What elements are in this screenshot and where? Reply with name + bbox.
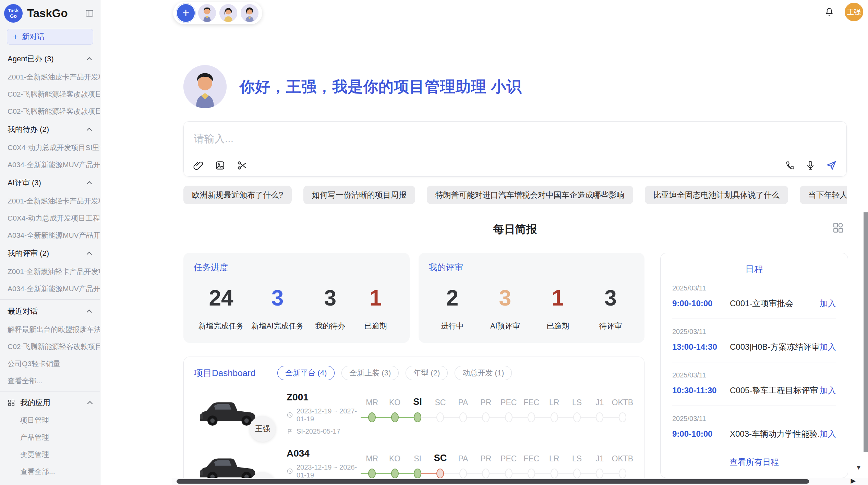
suggestion-chip[interactable]: 如何写一份清晰的项目周报 bbox=[303, 186, 415, 204]
milestone[interactable]: J1 bbox=[588, 394, 611, 430]
milestone-label: SI bbox=[406, 394, 429, 407]
milestone[interactable]: KO bbox=[383, 394, 406, 430]
project-owner-badge: 王强 bbox=[250, 416, 276, 442]
sidebar-collapse-icon[interactable] bbox=[85, 9, 94, 18]
assistant-avatar bbox=[183, 65, 227, 108]
sidebar-section: Agent已办 (3) Z001-全新燃油皮卡产品开发项目SI节点Lesson … bbox=[0, 49, 100, 120]
new-chat-button[interactable]: + 新对话 bbox=[7, 29, 93, 45]
scroll-down-arrow-icon[interactable]: ▼ bbox=[855, 464, 862, 471]
view-all-schedule-link[interactable]: 查看所有日程 bbox=[672, 449, 836, 473]
suggestion-chip[interactable]: 特朗普可能对进口汽车增税会对中国车企造成哪些影响 bbox=[427, 186, 633, 204]
microphone-icon[interactable] bbox=[805, 160, 816, 171]
sidebar-item[interactable]: Z001-全新燃油轻卡产品开发项目SI节点属性5D文件评审 bbox=[0, 263, 100, 280]
task-progress-card: 任务进度 24 新增完成任务 3 新增AI完成任务 3 bbox=[183, 253, 410, 343]
milestone[interactable]: LR bbox=[543, 394, 565, 430]
milestone[interactable]: SI bbox=[406, 394, 429, 430]
sidebar-item[interactable]: Z001-全新燃油轻卡产品开发项目SI造型提交物评审 bbox=[0, 192, 100, 210]
chevron-up-icon bbox=[87, 127, 92, 133]
recent-chats-header[interactable]: 最近对话 bbox=[0, 302, 100, 321]
app-item[interactable]: 项目管理 bbox=[0, 412, 100, 429]
suggestion-chip[interactable]: 欧洲新规最近颁布了什么? bbox=[183, 186, 292, 204]
app-item[interactable]: 变更管理 bbox=[0, 446, 100, 463]
sidebar: Task Go TaskGo + 新对话 Agent已办 (3) Z001-全新… bbox=[0, 0, 100, 485]
sidebar-item[interactable]: A034-全新新能源MUV产品开发项目计划变更表编写 bbox=[0, 156, 100, 173]
sidebar-section-header[interactable]: 我的待办 (2) bbox=[0, 120, 100, 139]
app-logo: Task Go bbox=[4, 4, 23, 23]
vertical-scrollbar-thumb[interactable] bbox=[864, 212, 868, 452]
project-list: 王强 Z001 2023-12-19 ~ 2027-01-19 bbox=[194, 390, 634, 485]
milestone[interactable]: PR bbox=[474, 394, 497, 430]
project-code: A034 bbox=[287, 448, 361, 459]
milestone-label: PR bbox=[474, 450, 497, 463]
session-avatar[interactable] bbox=[241, 4, 258, 22]
my-apps-header[interactable]: 我的应用 bbox=[0, 394, 100, 412]
send-icon[interactable] bbox=[826, 160, 837, 171]
filter-pill[interactable]: 全新上装 (3) bbox=[341, 366, 399, 380]
join-meeting-link[interactable]: 加入 bbox=[820, 428, 836, 439]
recent-chat-item[interactable]: 解释最新出台的欧盟报废车法规再生塑料比例被调至15%... bbox=[0, 321, 100, 338]
filter-pill[interactable]: 全新平台 (4) bbox=[277, 366, 335, 380]
milestone-label: PA bbox=[452, 394, 474, 407]
clock-icon bbox=[287, 412, 293, 418]
app-item[interactable]: 产品管理 bbox=[0, 429, 100, 446]
sidebar-section-header[interactable]: 我的评审 (2) bbox=[0, 244, 100, 263]
milestone[interactable]: MR bbox=[361, 394, 383, 430]
sidebar-item[interactable]: C02-飞腾新能源轻客改款项目里程碑画布 bbox=[0, 86, 100, 103]
dashboard-title: 项目Dashboard bbox=[194, 367, 255, 379]
sidebar-item[interactable]: C02-飞腾新能源轻客改款项目立项汇报方案 bbox=[0, 103, 100, 120]
add-session-button[interactable]: + bbox=[177, 4, 195, 22]
apps-view-all[interactable]: 查看全部... bbox=[0, 463, 100, 480]
scroll-right-arrow-icon[interactable]: ▶ bbox=[851, 477, 856, 485]
suggestion-chip[interactable]: 比亚迪全固态电池计划具体说了什么 bbox=[645, 186, 788, 204]
join-meeting-link[interactable]: 加入 bbox=[820, 341, 836, 352]
milestone-label: SC bbox=[429, 394, 451, 407]
schedule-date: 2025/03/11 bbox=[672, 371, 836, 379]
filter-pill[interactable]: 动总开发 (1) bbox=[455, 366, 512, 380]
attachment-icon[interactable] bbox=[193, 160, 204, 171]
chat-input-box[interactable]: 请输入... bbox=[183, 121, 847, 177]
milestone-node bbox=[459, 469, 467, 478]
milestone[interactable]: OKTB bbox=[611, 394, 634, 430]
stat-value: 3 bbox=[592, 285, 629, 311]
sidebar-item[interactable]: A034-全新新能源MUV产品开发项目造型可行性评审 bbox=[0, 280, 100, 297]
milestone[interactable]: LS bbox=[566, 394, 588, 430]
stat-label: AI预评审 bbox=[486, 321, 524, 331]
chevron-up-icon bbox=[87, 57, 92, 62]
milestone[interactable]: SC bbox=[429, 394, 451, 430]
schedule-time: 13:00-14:30 bbox=[672, 342, 726, 352]
join-meeting-link[interactable]: 加入 bbox=[820, 298, 836, 309]
scissors-icon[interactable] bbox=[237, 160, 248, 171]
recent-chat-item[interactable]: C02-飞腾新能源轻客改款项目的闭环通告反馈情况 bbox=[0, 338, 100, 355]
sidebar-item[interactable]: A034-全新新能源MUV产品开发项目法规符合性评审 bbox=[0, 227, 100, 244]
sidebar-item[interactable]: C0X4-动力总成开发项目SI里程碑提交物检查 bbox=[0, 139, 100, 156]
filter-pill[interactable]: 年型 (2) bbox=[406, 366, 448, 380]
join-meeting-link[interactable]: 加入 bbox=[820, 385, 836, 396]
my-cloud-item[interactable]: 我的云空间 bbox=[0, 480, 100, 485]
milestone-label: MR bbox=[361, 450, 383, 463]
session-avatar[interactable] bbox=[219, 4, 237, 22]
session-avatar[interactable] bbox=[198, 4, 216, 22]
sidebar-item[interactable]: Z001-全新燃油皮卡产品开发项目SI节点Lesson Learn报告 bbox=[0, 69, 100, 86]
milestone[interactable]: PA bbox=[452, 394, 474, 430]
my-review-title: 我的评审 bbox=[429, 262, 635, 273]
image-upload-icon[interactable] bbox=[215, 160, 226, 171]
layout-grid-icon[interactable] bbox=[832, 222, 844, 234]
sidebar-section-header[interactable]: Agent已办 (3) bbox=[0, 49, 100, 69]
plus-icon: + bbox=[13, 32, 18, 41]
user-avatar[interactable]: 王强 bbox=[845, 3, 863, 21]
recent-view-all[interactable]: 查看全部... bbox=[0, 372, 100, 389]
milestone[interactable]: PEC bbox=[497, 394, 520, 430]
milestone-label: LS bbox=[566, 394, 588, 407]
stat-item: 3 待评审 bbox=[592, 285, 629, 331]
notification-bell-icon[interactable] bbox=[824, 7, 834, 17]
sidebar-item[interactable]: C0X4-动力总成开发项目工程变更评审 bbox=[0, 210, 100, 227]
sidebar-section-header[interactable]: AI评审 (3) bbox=[0, 173, 100, 192]
suggestion-chip[interactable]: 当下年轻人对汽车外观有怎样的喜好趋势 bbox=[800, 186, 847, 204]
recent-chat-item[interactable]: 公司Q3轻卡销量 bbox=[0, 355, 100, 372]
milestone[interactable]: FEC bbox=[520, 394, 543, 430]
phone-call-icon[interactable] bbox=[785, 160, 795, 171]
schedule-item: 2025/03/11 9:00-10:00 C001-立项审批会 加入 bbox=[672, 275, 836, 319]
stat-value: 1 bbox=[357, 285, 395, 311]
project-row[interactable]: 王强 Z001 2023-12-19 ~ 2027-01-19 bbox=[194, 390, 634, 436]
horizontal-scrollbar-thumb[interactable] bbox=[177, 479, 809, 484]
